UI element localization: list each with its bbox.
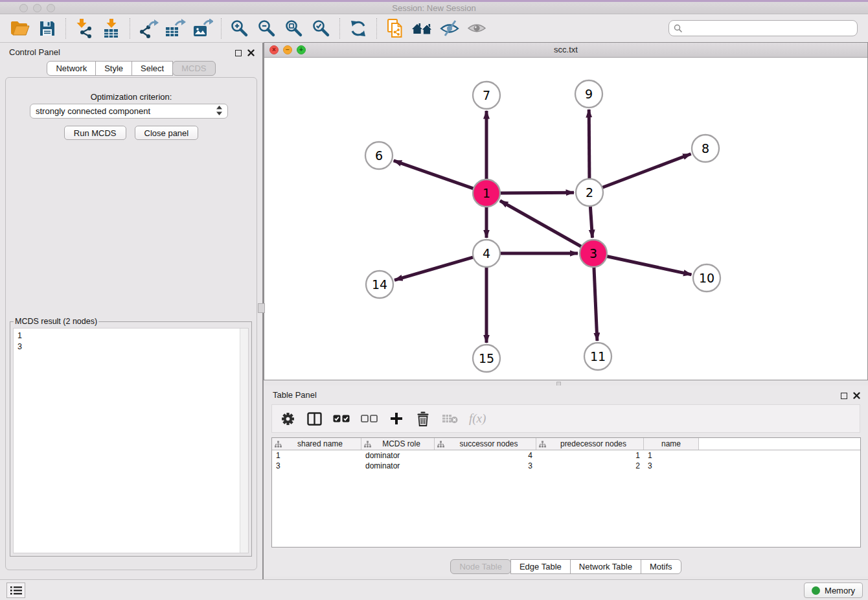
maximize-window-icon[interactable]: [47, 4, 55, 12]
panel-resize-handle[interactable]: [258, 303, 265, 313]
cell-successor-nodes[interactable]: 3: [435, 461, 536, 470]
graph-node[interactable]: 8: [692, 135, 719, 162]
graph-node[interactable]: 9: [575, 80, 602, 108]
cell-predecessor-nodes[interactable]: 1: [536, 451, 644, 460]
import-table-icon[interactable]: [100, 17, 122, 40]
mcds-result-area[interactable]: 13: [13, 328, 249, 553]
export-network-icon[interactable]: [137, 17, 159, 40]
run-mcds-button[interactable]: Run MCDS: [64, 126, 126, 140]
hide-graphics-details-icon[interactable]: [439, 17, 461, 40]
cell-mcds-role[interactable]: dominator: [361, 461, 435, 470]
result-scrollbar[interactable]: [240, 329, 248, 553]
tab-network[interactable]: Network: [47, 61, 96, 76]
table-panel-tabs: Node TableEdge TableNetwork TableMotifs: [264, 559, 868, 574]
tab-mcds[interactable]: MCDS: [172, 61, 215, 76]
table-options-icon[interactable]: [280, 410, 295, 427]
cell-mcds-role[interactable]: dominator: [361, 451, 435, 460]
memory-status-icon: [812, 586, 820, 595]
table-panel: Table Panel: [264, 386, 868, 577]
graph-edge[interactable]: [500, 192, 574, 193]
open-session-icon[interactable]: [9, 17, 31, 40]
graph-edge[interactable]: [394, 161, 474, 189]
cell-name[interactable]: 1: [644, 451, 699, 460]
graph-edge[interactable]: [589, 110, 589, 179]
network-close-icon[interactable]: ×: [269, 45, 279, 54]
network-window-titlebar[interactable]: × − + scc.txt: [264, 43, 867, 58]
graph-node[interactable]: 4: [473, 240, 500, 267]
table-row[interactable]: 1dominator411: [272, 450, 860, 461]
memory-label: Memory: [825, 586, 855, 595]
graph-edge[interactable]: [590, 206, 592, 238]
criterion-select[interactable]: strongly connected component: [30, 104, 228, 119]
graph-edge[interactable]: [607, 257, 692, 275]
graph-edge[interactable]: [500, 201, 582, 247]
import-network-icon[interactable]: [73, 17, 95, 40]
graph-node[interactable]: 6: [365, 142, 393, 169]
memory-button[interactable]: Memory: [804, 583, 863, 598]
tab-edge-table[interactable]: Edge Table: [510, 559, 571, 574]
graph-node[interactable]: 10: [693, 264, 720, 292]
show-columns-icon[interactable]: [306, 410, 322, 427]
zoom-in-icon[interactable]: [229, 17, 251, 40]
create-column-icon[interactable]: [389, 410, 404, 427]
tab-motifs[interactable]: Motifs: [641, 559, 681, 574]
graph-edge[interactable]: [602, 154, 691, 188]
search-input[interactable]: [668, 20, 858, 36]
unselect-all-columns-icon[interactable]: [361, 410, 378, 427]
column-header-shared-name[interactable]: shared name: [272, 438, 361, 450]
graph-edge[interactable]: [594, 267, 597, 341]
float-panel-icon[interactable]: [235, 50, 242, 56]
sort-tree-icon: [437, 441, 444, 448]
float-table-panel-icon[interactable]: [841, 393, 847, 399]
node-table[interactable]: shared nameMCDS rolesuccessor nodesprede…: [271, 437, 861, 548]
network-maximize-icon[interactable]: +: [297, 45, 306, 54]
home-icon[interactable]: [411, 17, 433, 40]
export-table-icon[interactable]: [165, 17, 187, 40]
column-header-successor-nodes[interactable]: successor nodes: [435, 438, 536, 450]
tab-node-table[interactable]: Node Table: [450, 559, 511, 574]
delete-columns-icon[interactable]: [415, 410, 431, 427]
column-header-predecessor-nodes[interactable]: predecessor nodes: [536, 438, 644, 450]
network-canvas-svg[interactable]: 7968124314101511: [264, 58, 867, 380]
graph-node[interactable]: 1: [473, 179, 500, 207]
graph-node[interactable]: 3: [580, 240, 607, 267]
zoom-fit-icon[interactable]: [283, 17, 305, 40]
cell-successor-nodes[interactable]: 4: [435, 451, 536, 460]
network-file-icon[interactable]: [384, 17, 406, 40]
close-panel-icon[interactable]: [247, 47, 255, 59]
table-row[interactable]: 3dominator323: [272, 461, 860, 471]
zoom-selected-icon[interactable]: [310, 17, 332, 40]
cell-predecessor-nodes[interactable]: 2: [536, 461, 644, 470]
export-image-icon[interactable]: [192, 17, 214, 40]
close-table-panel-icon[interactable]: [853, 390, 860, 402]
show-graphics-details-icon[interactable]: [466, 17, 488, 40]
graph-node[interactable]: 15: [473, 345, 500, 372]
save-session-icon[interactable]: [36, 17, 58, 40]
close-window-icon[interactable]: [19, 4, 28, 12]
graph-node[interactable]: 11: [584, 343, 611, 370]
cell-shared-name[interactable]: 3: [272, 461, 361, 470]
zoom-out-icon[interactable]: [256, 17, 278, 40]
graph-edge[interactable]: [394, 257, 474, 280]
minimize-window-icon[interactable]: [33, 4, 41, 12]
tab-network-table[interactable]: Network Table: [570, 559, 641, 574]
network-minimize-icon[interactable]: −: [283, 45, 292, 54]
refresh-view-icon[interactable]: [347, 17, 369, 40]
tab-style[interactable]: Style: [95, 61, 132, 76]
svg-text:8: 8: [702, 141, 709, 156]
graph-node[interactable]: 14: [366, 271, 393, 298]
svg-text:7: 7: [483, 88, 490, 102]
column-header-name[interactable]: name: [644, 438, 699, 450]
close-panel-button[interactable]: Close panel: [135, 126, 199, 140]
cell-shared-name[interactable]: 1: [272, 451, 361, 460]
graph-node[interactable]: 7: [473, 82, 500, 109]
toolbar-separator: [221, 18, 222, 39]
task-history-button[interactable]: [6, 583, 25, 598]
toolbar-separator: [376, 18, 377, 39]
column-header-mcds-role[interactable]: MCDS role: [361, 438, 435, 450]
cell-name[interactable]: 3: [644, 461, 699, 470]
tab-select[interactable]: Select: [131, 61, 173, 76]
select-all-columns-icon[interactable]: [333, 410, 350, 427]
svg-text:14: 14: [372, 277, 387, 292]
graph-node[interactable]: 2: [576, 179, 603, 206]
